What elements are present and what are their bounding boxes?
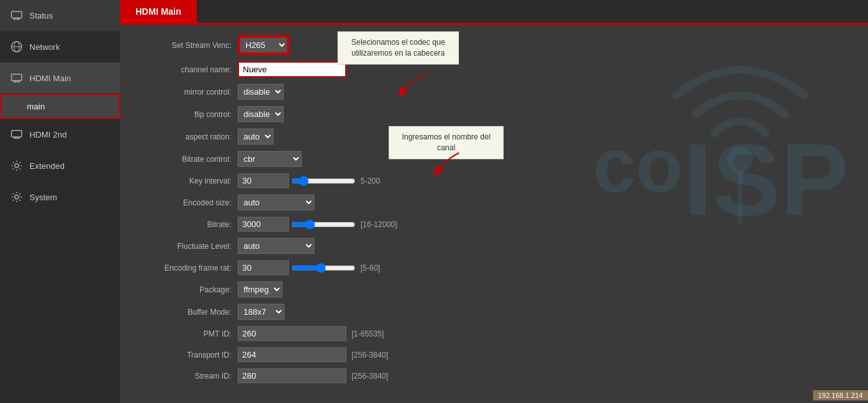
svg-rect-11 <box>12 130 22 137</box>
svg-point-15 <box>15 164 19 168</box>
content-area: ISP co Selecionamos el codec que utiliza… <box>120 25 868 403</box>
stream-vendor-select-wrapper: H265 H264 MJPEG <box>238 35 290 55</box>
pmt-id-input[interactable] <box>238 326 346 341</box>
encoding-frame-row: Encoding frame rat: [5-60] <box>136 260 853 275</box>
sidebar-item-hdmi-2nd-label: HDMI 2nd <box>29 130 67 139</box>
stream-vendor-select[interactable]: H265 H264 MJPEG <box>239 36 288 54</box>
key-interval-row: Key interval: 5-200 <box>136 173 853 188</box>
encoding-frame-input[interactable] <box>238 260 289 275</box>
mirror-label: mirror control: <box>136 88 238 97</box>
main-panel: HDMI Main ISP co Selecionamos el codec q… <box>120 0 868 403</box>
svg-rect-0 <box>12 12 22 18</box>
sidebar-item-system[interactable]: System <box>0 182 120 213</box>
bitrate-row: Bitrate: [16-12000] <box>136 217 853 232</box>
mirror-row: mirror control: disable enable <box>136 84 853 100</box>
buffer-mode-label: Buffer Mode: <box>136 308 238 317</box>
bitrate-input[interactable] <box>238 217 289 232</box>
codec-annotation: Selecionamos el codec que utilizaremos e… <box>337 31 459 65</box>
bitrate-range: [16-12000] <box>360 220 397 229</box>
aspect-label: aspect ration: <box>136 132 238 141</box>
channel-name-input[interactable]: Nueve <box>238 61 346 77</box>
fluctuate-row: Fluctuate Level: auto 123 <box>136 238 853 254</box>
transport-id-range: [256-3840] <box>352 351 388 360</box>
hdmi-2nd-icon <box>10 128 23 141</box>
key-interval-label: Key interval: <box>136 177 238 186</box>
stream-id-row: Stream ID: [256-3840] <box>136 368 853 383</box>
sidebar-item-extended[interactable]: Extended <box>0 150 120 182</box>
bitrate-slider[interactable] <box>291 219 355 230</box>
encoding-frame-range: [5-60] <box>360 264 380 273</box>
bitrate-control-label: Bitrate control: <box>136 155 238 164</box>
fluctuate-label: Fluctuate Level: <box>136 242 238 251</box>
sidebar-subitem-main-label: main <box>27 102 45 111</box>
package-select[interactable]: ffmpeg ts rtp <box>238 281 283 297</box>
flip-select[interactable]: disable enable <box>238 106 284 122</box>
transport-id-label: Transport ID: <box>136 351 238 360</box>
encoded-size-row: Encoded size: auto 1920x1080 1280x720 <box>136 194 853 210</box>
sidebar-item-network[interactable]: Network <box>0 31 120 63</box>
pmt-id-range: [1-65535] <box>352 329 384 338</box>
key-interval-slider[interactable] <box>291 176 355 186</box>
stream-vendor-row: Set Stream Venc: H265 H264 MJPEG <box>136 35 853 55</box>
sidebar-item-status-label: Status <box>29 11 53 20</box>
stream-id-input[interactable] <box>238 368 346 383</box>
hdmi-main-icon <box>10 72 23 84</box>
package-row: Package: ffmpeg ts rtp <box>136 281 853 297</box>
flip-label: flip control: <box>136 110 238 119</box>
pmt-id-label: PMT ID: <box>136 329 238 338</box>
pmt-id-row: PMT ID: [1-65535] <box>136 326 853 341</box>
tab-hdmi-main[interactable]: HDMI Main <box>120 0 197 23</box>
aspect-select[interactable]: auto 4:3 16:9 <box>238 129 274 145</box>
buffer-mode-select[interactable]: 188x7 188x14 188x21 <box>238 304 284 320</box>
bitrate-control-select[interactable]: cbr vbr <box>238 151 302 167</box>
monitor-icon <box>10 9 23 22</box>
globe-icon <box>10 40 23 53</box>
extended-gear-icon <box>10 159 23 172</box>
sidebar-item-hdmi-main[interactable]: HDMI Main <box>0 63 120 94</box>
system-gear-icon <box>10 191 23 203</box>
channel-annotation: Ingresamos el nombre del canal <box>389 126 504 159</box>
stream-vendor-label: Set Stream Venc: <box>136 41 238 50</box>
sidebar-item-network-label: Network <box>29 42 60 52</box>
sidebar-item-hdmi-main-label: HDMI Main <box>29 74 71 83</box>
tab-bar: HDMI Main <box>120 0 868 25</box>
encoded-size-select[interactable]: auto 1920x1080 1280x720 <box>238 194 314 210</box>
svg-point-16 <box>15 195 19 199</box>
sidebar-item-status[interactable]: Status <box>0 0 120 31</box>
key-interval-input[interactable] <box>238 173 289 188</box>
encoding-frame-slider[interactable] <box>291 263 355 273</box>
key-interval-range: 5-200 <box>360 177 380 186</box>
sidebar: Status Network HDMI Main main HDMI 2nd <box>0 0 120 403</box>
sidebar-subitem-main[interactable]: main <box>0 94 120 119</box>
encoding-frame-label: Encoding frame rat: <box>136 264 238 273</box>
flip-row: flip control: disable enable <box>136 106 853 122</box>
mirror-select[interactable]: disable enable <box>238 84 284 100</box>
sidebar-item-extended-label: Extended <box>29 161 65 171</box>
sidebar-item-system-label: System <box>29 193 57 202</box>
sidebar-item-hdmi-2nd[interactable]: HDMI 2nd <box>0 119 120 150</box>
stream-id-range: [256-3840] <box>352 372 388 381</box>
transport-id-row: Transport ID: [256-3840] <box>136 347 853 362</box>
fluctuate-select[interactable]: auto 123 <box>238 238 314 254</box>
encoded-size-label: Encoded size: <box>136 198 238 207</box>
package-label: Package: <box>136 285 238 294</box>
buffer-mode-row: Buffer Mode: 188x7 188x14 188x21 <box>136 304 853 320</box>
transport-id-input[interactable] <box>238 347 346 362</box>
stream-id-label: Stream ID: <box>136 372 238 381</box>
channel-name-row: channel name: Nueve <box>136 61 853 77</box>
svg-rect-7 <box>12 74 22 81</box>
channel-name-label: channel name: <box>136 65 238 74</box>
bitrate-label: Bitrate: <box>136 220 238 229</box>
ip-badge: 192.168.1.214 <box>813 390 868 400</box>
